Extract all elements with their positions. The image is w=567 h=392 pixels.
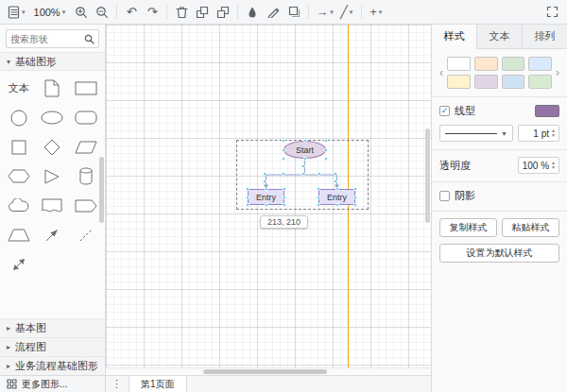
edge-handle[interactable] — [318, 172, 321, 176]
chevron-down-icon: ▾ — [330, 9, 334, 16]
tab-arrange[interactable]: 排列 — [523, 25, 567, 48]
edge-handle[interactable] — [334, 172, 337, 176]
stepper-icon[interactable]: ▲▼ — [551, 161, 556, 170]
node-entry-right[interactable]: Entry — [318, 189, 355, 205]
style-swatch[interactable] — [474, 57, 498, 71]
shape-ellipse[interactable] — [36, 103, 70, 132]
edit-style-button[interactable] — [264, 3, 283, 22]
diagram-button[interactable]: ▾ — [6, 3, 27, 22]
chevron-right-icon: ▸ — [7, 362, 10, 370]
scrollbar-thumb[interactable] — [99, 157, 104, 223]
undo-button[interactable]: ↶ — [122, 3, 141, 22]
shadow-checkbox[interactable] — [439, 191, 450, 201]
page-tab[interactable]: 第1页面 — [129, 376, 187, 392]
paste-style-button[interactable]: 粘贴样式 — [502, 218, 559, 237]
scrollbar-thumb[interactable] — [203, 369, 327, 374]
line-icon: ╱ — [340, 5, 348, 19]
edge-handle[interactable] — [263, 172, 266, 176]
shape-trapezoid[interactable] — [2, 220, 36, 249]
shape-palette: 文本 — [0, 71, 105, 279]
shadow-icon — [288, 6, 301, 18]
style-swatch[interactable] — [447, 57, 471, 71]
fullscreen-icon — [546, 6, 558, 18]
node-entry-left[interactable]: Entry — [248, 189, 284, 205]
shape-circle[interactable] — [2, 103, 36, 132]
plus-icon: + — [369, 5, 377, 19]
divider — [432, 181, 567, 182]
node-label: Entry — [327, 193, 347, 202]
edge-handle[interactable] — [263, 179, 266, 183]
shape-document[interactable] — [36, 191, 70, 220]
default-style-row: 设置为默认样式 — [439, 244, 559, 263]
vertical-scrollbar[interactable] — [424, 25, 431, 367]
sidebar-scrollbar[interactable] — [98, 53, 105, 375]
tab-style[interactable]: 样式 — [432, 25, 477, 49]
more-shapes-button[interactable]: 更多图形... — [0, 375, 105, 392]
line-color-button[interactable] — [535, 105, 559, 117]
toolbar-separator — [361, 5, 362, 19]
zoom-dropdown[interactable]: 100% ▾ — [29, 3, 71, 22]
waypoints-button[interactable]: ╱▾ — [337, 3, 356, 22]
style-swatch[interactable] — [502, 57, 525, 71]
connection-button[interactable]: →▾ — [314, 3, 335, 22]
shadow-button[interactable] — [284, 3, 303, 22]
zoom-value: 100% — [34, 7, 60, 18]
insert-button[interactable]: +▾ — [367, 3, 386, 22]
empty-cell — [36, 249, 70, 279]
line-width-input[interactable]: 1 pt ▲▼ — [518, 125, 559, 142]
shape-diamond[interactable] — [36, 132, 70, 162]
shape-arrow[interactable] — [36, 220, 70, 249]
app-window: ▾ 100% ▾ ↶ ↷ — [0, 0, 567, 392]
set-default-style-button[interactable]: 设置为默认样式 — [439, 244, 559, 263]
shape-note[interactable] — [36, 74, 70, 103]
style-swatch[interactable] — [528, 57, 552, 71]
style-swatch[interactable] — [474, 75, 498, 89]
fit-page-button[interactable] — [542, 3, 561, 22]
zoom-out-button[interactable] — [93, 3, 112, 22]
fill-color-button[interactable] — [243, 3, 262, 22]
shape-text[interactable]: 文本 — [2, 74, 36, 103]
chevron-down-icon: ▾ — [350, 9, 353, 16]
pages-menu-icon[interactable]: ⋮ — [109, 378, 125, 390]
stepper-icon[interactable]: ▲▼ — [551, 128, 556, 138]
edge-handle[interactable] — [334, 179, 337, 183]
section-flowchart[interactable]: ▸流程图 — [0, 337, 105, 356]
to-front-button[interactable] — [193, 3, 212, 22]
style-swatch[interactable] — [447, 75, 471, 89]
node-start[interactable]: Start — [284, 141, 326, 159]
opacity-input[interactable]: 100 % ▲▼ — [518, 157, 559, 174]
fill-color-icon — [247, 6, 258, 19]
to-back-button[interactable] — [214, 3, 232, 22]
redo-button[interactable]: ↷ — [143, 3, 162, 22]
delete-button[interactable] — [172, 3, 191, 22]
toolbar-separator — [166, 5, 167, 19]
shape-square[interactable] — [2, 132, 36, 162]
style-swatch[interactable] — [502, 75, 525, 89]
scrollbar-thumb[interactable] — [425, 128, 430, 223]
tab-text[interactable]: 文本 — [477, 25, 523, 48]
edge-handle[interactable] — [301, 172, 305, 176]
edge-handle[interactable] — [282, 172, 285, 176]
copy-style-button[interactable]: 复制样式 — [439, 218, 497, 237]
shape-hexagon[interactable] — [2, 162, 36, 191]
toolbar-separator — [237, 5, 238, 19]
coordinates-tooltip: 213, 210 — [260, 215, 308, 229]
swatch-prev-icon[interactable]: ‹ — [439, 67, 443, 78]
swatch-next-icon[interactable]: › — [556, 67, 559, 78]
section-basic-diagram[interactable]: ▸基本图 — [0, 318, 105, 337]
shadow-row: 阴影 — [439, 189, 559, 203]
canvas[interactable]: Start Entry Entry 21 — [106, 25, 431, 367]
shape-triangle[interactable] — [36, 162, 70, 191]
chevron-down-icon: ▼ — [501, 130, 507, 137]
shape-bidirectional-arrow[interactable] — [2, 249, 36, 279]
search-input[interactable] — [10, 34, 82, 44]
line-checkbox[interactable]: ✓ — [439, 106, 450, 116]
shape-cloud[interactable] — [2, 191, 36, 220]
section-bpmn[interactable]: ▸业务流程基础图形 — [0, 356, 105, 375]
edge-handle[interactable] — [301, 164, 305, 168]
zoom-in-button[interactable] — [72, 3, 91, 22]
section-basic-shapes[interactable]: ▾ 基础图形 — [0, 52, 105, 71]
style-swatch[interactable] — [528, 75, 552, 89]
horizontal-scrollbar[interactable] — [106, 367, 431, 375]
line-style-dropdown[interactable]: ▼ — [439, 125, 513, 142]
